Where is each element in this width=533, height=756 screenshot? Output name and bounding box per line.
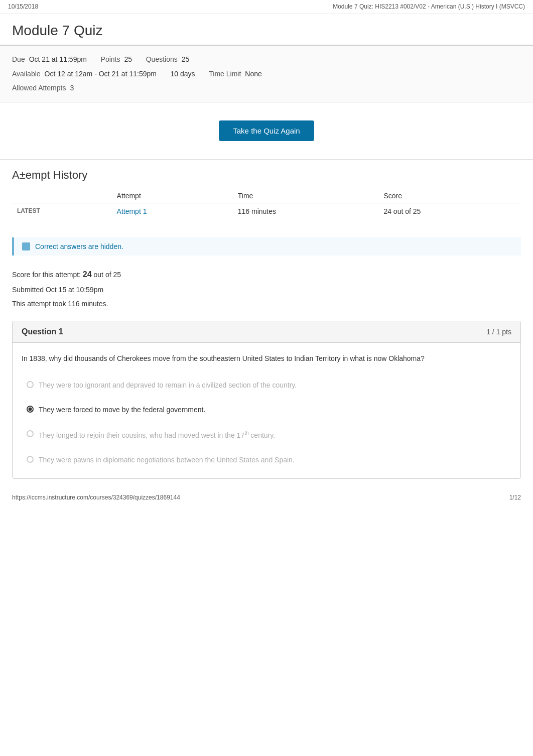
answer-option-1: They were too ignorant and depraved to r… (22, 374, 511, 397)
points-value: 25 (124, 53, 132, 66)
col-header-attempt: Attempt (112, 189, 233, 203)
question-pts: 1 / 1 pts (486, 328, 511, 336)
due-value: Oct 21 at 11:59pm (29, 53, 87, 66)
col-header-time: Time (233, 189, 379, 203)
attempt-link-cell[interactable]: Attempt 1 (112, 203, 233, 219)
radio-3 (27, 430, 34, 437)
radio-2 (27, 406, 34, 413)
answer-text-1: They were too ignorant and depraved to r… (39, 380, 297, 391)
question-title: Question 1 (22, 327, 63, 336)
meta-row-available: Available Oct 12 at 12am - Oct 21 at 11:… (12, 67, 521, 81)
attempt-link[interactable]: Attempt 1 (117, 207, 147, 215)
col-header-score: Score (378, 189, 521, 203)
submitted-line: Submitted Oct 15 at 10:59pm (12, 283, 521, 297)
meta-row-allowed: Allowed Attempts 3 (12, 81, 521, 95)
allowed-label: Allowed Attempts (12, 81, 66, 95)
attempt-table: Attempt Time Score LATEST Attempt 1 116 … (12, 189, 521, 219)
allowed-value: 3 (70, 81, 74, 95)
answer-text-3: They longed to rejoin their cousins, who… (39, 429, 275, 441)
answer3-after: century. (248, 431, 275, 439)
attempt-label: LATEST (12, 203, 112, 219)
take-quiz-section: Take the Quiz Again (0, 102, 533, 160)
available-value: Oct 12 at 12am - Oct 21 at 11:59pm (45, 67, 157, 81)
took-line: This attempt took 116 minutes. (12, 297, 521, 311)
top-bar: 10/15/2018 Module 7 Quiz: HIS2213 #002/V… (0, 0, 533, 14)
table-row: LATEST Attempt 1 116 minutes 24 out of 2… (12, 203, 521, 219)
time-label: 10 days (171, 67, 195, 81)
take-quiz-button[interactable]: Take the Quiz Again (219, 120, 314, 141)
answer-option-3: They longed to rejoin their cousins, who… (22, 423, 511, 447)
meta-row-due: Due Oct 21 at 11:59pm Points 25 Question… (12, 53, 521, 66)
time-limit-value: None (245, 67, 261, 81)
info-icon (22, 242, 30, 250)
points-label: Points (101, 53, 120, 66)
score-section: Score for this attempt: 24 out of 25 Sub… (0, 264, 533, 316)
attempt-history-section: A±empt History Attempt Time Score LATEST… (0, 160, 533, 229)
answer-option-4: They were pawns in diplomatic negotiatio… (22, 449, 511, 471)
footer-url: https://iccms.instructure.com/courses/32… (12, 494, 180, 501)
col-header-empty (12, 189, 112, 203)
score-line: Score for this attempt: 24 out of 25 (12, 267, 521, 283)
answer-option-2: They were forced to move by the federal … (22, 399, 511, 421)
question-card: Question 1 1 / 1 pts In 1838, why did th… (12, 321, 521, 479)
question-text: In 1838, why did thousands of Cherokees … (22, 353, 511, 364)
quiz-meta: Due Oct 21 at 11:59pm Points 25 Question… (0, 46, 533, 102)
score-prefix: Score for this attempt: (12, 271, 81, 279)
available-label: Available (12, 67, 41, 81)
questions-value: 25 (182, 53, 190, 66)
attempt-time: 116 minutes (233, 203, 379, 219)
page-title: Module 7 Quiz (0, 14, 533, 46)
time-limit-label: Time Limit (209, 67, 241, 81)
attempt-score: 24 out of 25 (378, 203, 521, 219)
answer-text-2: They were forced to move by the federal … (39, 405, 205, 415)
footer: https://iccms.instructure.com/courses/32… (0, 489, 533, 506)
due-label: Due (12, 53, 25, 66)
attempt-history-title: A±empt History (12, 169, 521, 182)
answer3-before: They longed to rejoin their cousins, who… (39, 431, 244, 439)
radio-1 (27, 381, 34, 388)
question-header: Question 1 1 / 1 pts (13, 321, 520, 343)
page-num: 1/12 (509, 494, 521, 501)
score-number: 24 (83, 270, 92, 279)
questions-label: Questions (146, 53, 178, 66)
top-date: 10/15/2018 (8, 3, 38, 10)
radio-4 (27, 456, 34, 463)
answer-text-4: They were pawns in diplomatic negotiatio… (39, 455, 295, 465)
top-title: Module 7 Quiz: HIS2213 #002/V02 - Americ… (333, 3, 525, 10)
info-message: Correct answers are hidden. (35, 242, 123, 250)
info-box: Correct answers are hidden. (12, 237, 521, 256)
score-out-of: out of 25 (94, 271, 121, 279)
question-body: In 1838, why did thousands of Cherokees … (13, 343, 520, 478)
